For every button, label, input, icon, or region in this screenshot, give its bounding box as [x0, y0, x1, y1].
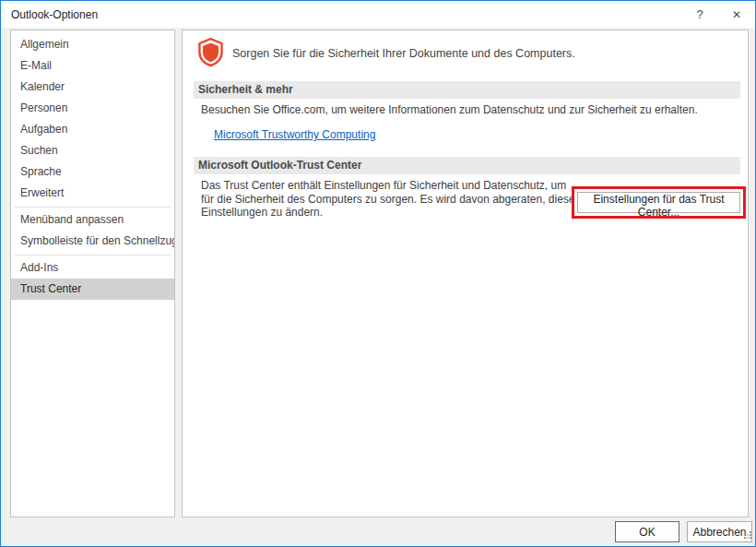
sidebar-item-suchen[interactable]: Suchen: [11, 140, 174, 161]
sidebar-item-personen[interactable]: Personen: [11, 98, 174, 119]
sidebar-divider: [15, 255, 171, 256]
security-shield-icon: [195, 37, 226, 71]
sidebar-item-add-ins[interactable]: Add-Ins: [11, 257, 174, 279]
sicherheit-body-text: Besuchen Sie Office.com, um weitere Info…: [201, 103, 731, 117]
sidebar-item-sprache[interactable]: Sprache: [11, 161, 174, 183]
sidebar-item-erweitert[interactable]: Erweitert: [11, 183, 174, 204]
title-bar: Outlook-Optionen ? ✕: [1, 1, 755, 28]
close-button[interactable]: ✕: [718, 1, 755, 28]
section-header-outlook-trust-center: Microsoft Outlook-Trust Center: [194, 157, 740, 174]
sidebar-item-symbolleiste-schnellzugriff[interactable]: Symbolleiste für den Schnellzugriff: [11, 231, 174, 252]
trust-center-body-text: Das Trust Center enthält Einstellungen f…: [201, 179, 581, 220]
trust-center-settings-button[interactable]: Einstellungen für das Trust Center...: [577, 192, 740, 213]
options-category-list: Allgemein E-Mail Kalender Personen Aufga…: [10, 30, 175, 517]
section-header-sicherheit-mehr: Sicherheit & mehr: [194, 81, 740, 99]
dialog-title: Outlook-Optionen: [1, 8, 681, 21]
resize-grip[interactable]: [743, 527, 752, 543]
trustworthy-computing-link[interactable]: Microsoft Trustworthy Computing: [214, 128, 375, 141]
sidebar-item-menueband-anpassen[interactable]: Menüband anpassen: [11, 209, 174, 231]
trust-center-page: Sorgen Sie für die Sicherheit Ihrer Doku…: [182, 30, 749, 517]
sidebar-divider: [15, 207, 171, 208]
sidebar-item-aufgaben[interactable]: Aufgaben: [11, 119, 174, 140]
outlook-options-dialog: Outlook-Optionen ? ✕ Allgemein E-Mail Ka…: [0, 0, 756, 547]
ok-button[interactable]: OK: [615, 521, 679, 542]
sidebar-item-allgemein[interactable]: Allgemein: [11, 34, 174, 55]
sidebar-item-kalender[interactable]: Kalender: [11, 77, 174, 98]
help-button[interactable]: ?: [681, 1, 718, 28]
sidebar-item-trust-center[interactable]: Trust Center: [11, 279, 174, 300]
page-intro-text: Sorgen Sie für die Sicherheit Ihrer Doku…: [232, 47, 575, 60]
sidebar-item-email[interactable]: E-Mail: [11, 55, 174, 77]
